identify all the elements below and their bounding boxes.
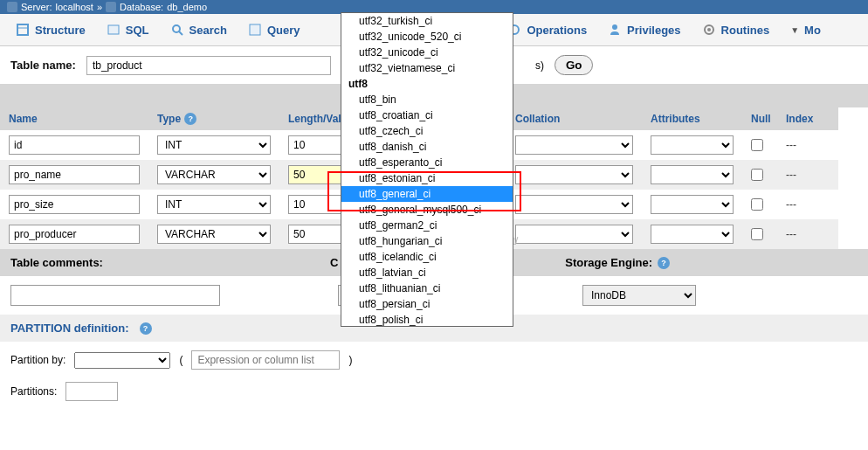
tab-label: Routines xyxy=(721,24,770,37)
column-type-select[interactable]: INT xyxy=(157,195,271,214)
table-name-label: Table name: xyxy=(10,59,76,72)
partitions-count-input[interactable] xyxy=(65,382,118,401)
column-name-input[interactable] xyxy=(9,135,140,155)
tab-more[interactable]: ▼ Mo xyxy=(782,20,830,40)
column-null-checkbox[interactable] xyxy=(751,169,763,181)
column-collation-select[interactable] xyxy=(515,195,633,214)
collation-dropdown[interactable]: utf32_turkish_ciutf32_unicode_520_ciutf3… xyxy=(341,12,513,327)
tab-label: Query xyxy=(267,24,300,37)
tab-search[interactable]: Search xyxy=(162,19,236,40)
dropdown-item[interactable]: utf8_lithuanian_ci xyxy=(341,280,513,296)
table-name-input[interactable] xyxy=(86,56,331,75)
header-null: Null xyxy=(742,107,777,130)
header-collation: Collation xyxy=(506,107,642,130)
column-collation-select[interactable] xyxy=(515,225,633,244)
dropdown-item[interactable]: utf32_unicode_520_ci xyxy=(341,29,513,45)
table-comments-input[interactable] xyxy=(10,285,220,306)
c-label: C xyxy=(330,256,338,269)
help-icon[interactable]: ? xyxy=(184,113,196,125)
query-icon xyxy=(248,23,262,37)
dropdown-item[interactable]: utf32_unicode_ci xyxy=(341,45,513,60)
partition-by-label: Partition by: xyxy=(10,354,65,366)
tab-query[interactable]: Query xyxy=(239,19,309,40)
dropdown-item[interactable]: utf8_esperanto_ci xyxy=(341,155,513,170)
dropdown-item[interactable]: utf32_vietnamese_ci xyxy=(341,60,513,76)
dropdown-item[interactable]: utf8_czech_ci xyxy=(341,123,513,139)
tab-label: Mo xyxy=(804,24,821,37)
header-type: Type? xyxy=(148,107,279,130)
column-attributes-select[interactable] xyxy=(651,195,734,214)
separator: » xyxy=(97,2,102,12)
dropdown-item[interactable]: utf8_german2_ci xyxy=(341,218,513,233)
paren-close: ) xyxy=(348,354,352,366)
svg-rect-0 xyxy=(17,24,28,35)
partition-label: PARTITION definition: xyxy=(10,322,129,335)
dropdown-item[interactable]: utf8_estonian_ci xyxy=(341,170,513,186)
partition-body: Partition by: ( ) Partitions: xyxy=(0,342,868,410)
column-null-checkbox[interactable] xyxy=(751,198,763,211)
tab-sql[interactable]: SQL xyxy=(98,19,158,40)
structure-icon xyxy=(16,23,30,37)
partitions-label: Partitions: xyxy=(10,385,57,398)
dropdown-item[interactable]: utf8_general_mysql500_ci xyxy=(341,202,513,218)
dropdown-item[interactable]: utf8_bin xyxy=(341,92,513,107)
paren: s) xyxy=(535,59,544,72)
svg-rect-5 xyxy=(250,24,260,35)
db-label: Database: xyxy=(120,2,163,12)
column-type-select[interactable]: VARCHAR xyxy=(157,225,271,244)
storage-engine-select[interactable]: InnoDB xyxy=(582,285,696,306)
svg-rect-2 xyxy=(108,25,119,34)
column-collation-select[interactable] xyxy=(515,165,633,184)
column-type-select[interactable]: VARCHAR xyxy=(157,165,271,184)
dropdown-item[interactable]: utf8_croatian_ci xyxy=(341,107,513,123)
column-null-checkbox[interactable] xyxy=(751,139,763,151)
svg-point-3 xyxy=(173,25,180,32)
partition-expr-input[interactable] xyxy=(191,350,340,370)
dropdown-item[interactable]: utf8_polish_ci xyxy=(341,312,513,327)
column-null-checkbox[interactable] xyxy=(751,228,763,240)
column-collation-select[interactable] xyxy=(515,135,633,155)
header-index: Index xyxy=(777,107,838,130)
svg-point-7 xyxy=(612,24,617,30)
partition-by-select[interactable] xyxy=(74,352,170,369)
column-attributes-select[interactable] xyxy=(651,225,734,244)
server-value: localhost xyxy=(55,2,93,12)
tab-privileges[interactable]: Privileges xyxy=(599,19,689,40)
privileges-icon xyxy=(608,23,622,37)
help-icon[interactable]: ? xyxy=(140,322,152,335)
dropdown-item[interactable]: utf8_danish_ci xyxy=(341,139,513,155)
column-attributes-select[interactable] xyxy=(651,165,734,184)
tab-label: SQL xyxy=(126,24,149,37)
dropdown-item[interactable]: utf32_turkish_ci xyxy=(341,13,513,29)
database-icon xyxy=(106,2,116,12)
table-comments-label: Table comments: xyxy=(10,256,103,269)
column-name-input[interactable] xyxy=(9,165,140,184)
help-icon[interactable]: ? xyxy=(658,257,670,269)
column-index-value: --- xyxy=(786,198,796,211)
tab-label: Privileges xyxy=(627,24,680,37)
dropdown-item[interactable]: utf8_hungarian_ci xyxy=(341,233,513,249)
paren-open: ( xyxy=(179,354,183,366)
tab-label: Operations xyxy=(527,24,587,37)
dropdown-item[interactable]: utf8_latvian_ci xyxy=(341,265,513,280)
column-type-select[interactable]: INT xyxy=(157,135,271,155)
header-name: Name xyxy=(0,107,148,130)
dropdown-item[interactable]: utf8_icelandic_ci xyxy=(341,249,513,265)
column-name-input[interactable] xyxy=(9,225,140,244)
go-button[interactable]: Go xyxy=(555,55,594,75)
routines-icon xyxy=(702,23,716,37)
tab-routines[interactable]: Routines xyxy=(693,19,779,40)
column-attributes-select[interactable] xyxy=(651,135,734,155)
column-index-value: --- xyxy=(786,228,796,240)
tab-structure[interactable]: Structure xyxy=(7,19,94,40)
dropdown-item[interactable]: utf8_general_ci xyxy=(341,186,513,202)
server-label: Server: xyxy=(21,2,52,12)
column-index-value: --- xyxy=(786,139,796,151)
tab-operations[interactable]: Operations xyxy=(499,19,596,40)
dropdown-item[interactable]: utf8_persian_ci xyxy=(341,296,513,312)
column-name-input[interactable] xyxy=(9,195,140,214)
svg-point-9 xyxy=(707,28,711,31)
server-icon xyxy=(7,2,17,12)
tab-label: Structure xyxy=(35,24,86,37)
search-icon xyxy=(170,23,184,37)
